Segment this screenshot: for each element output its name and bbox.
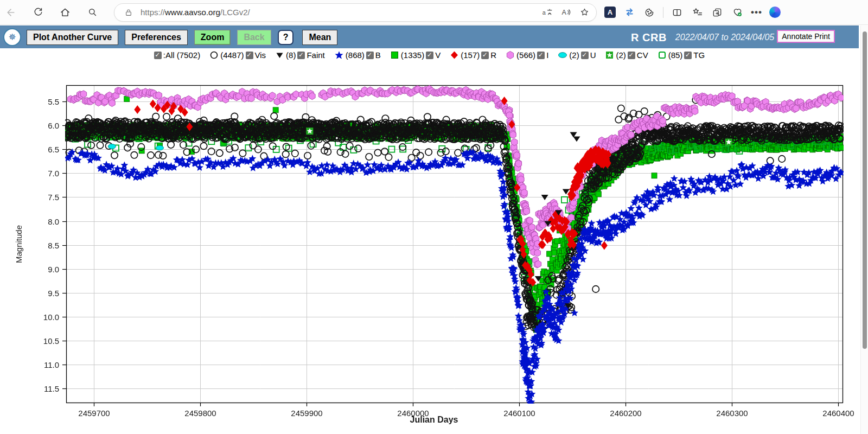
u-checkbox[interactable]: [581, 52, 589, 59]
legend-label-b: B: [375, 50, 381, 60]
extensions-cookie-icon[interactable]: [643, 6, 656, 19]
r-checkbox[interactable]: [481, 52, 489, 59]
vis-circle-marker-icon: [209, 50, 219, 60]
legend-count-cv: (2): [616, 50, 626, 60]
collections-icon[interactable]: [691, 6, 704, 19]
legend-label-all: :All (7502): [163, 50, 200, 60]
legend-label-tg: TG: [693, 50, 705, 60]
svg-text:a: a: [542, 9, 546, 16]
address-bar[interactable]: https://www.aavso.org/LCGv2/ a A: [114, 3, 597, 22]
preferences-button[interactable]: Preferences: [125, 30, 188, 45]
legend-label-vis: Vis: [255, 50, 266, 60]
plot-title-group: R CRB 2022/04/07 to 2024/04/05: [631, 26, 774, 49]
tg-checkbox[interactable]: [684, 52, 692, 59]
legend-label-v: V: [435, 50, 441, 60]
v-checkbox[interactable]: [426, 52, 433, 59]
scrollbar-thumb[interactable]: [863, 31, 867, 349]
favorite-star-icon[interactable]: [578, 6, 591, 19]
aavso-logo[interactable]: ✵: [3, 28, 21, 46]
back-button[interactable]: Back: [237, 30, 271, 45]
legend-label-i: I: [546, 50, 548, 60]
faint-triangle-marker-icon: [275, 50, 284, 60]
legend-item-cv: (2) CV: [605, 50, 648, 60]
lock-icon: [122, 6, 135, 19]
legend-count-r: (157): [461, 50, 480, 60]
url-text[interactable]: https://www.aavso.org/LCGv2/: [141, 8, 535, 17]
legend-item-vis: (4487) Vis: [209, 50, 266, 60]
legend-label-cv: CV: [637, 50, 648, 60]
legend-count-faint: (8): [286, 50, 296, 60]
read-aloud-icon[interactable]: A: [559, 6, 572, 19]
legend-item-faint: (8) Faint: [275, 50, 325, 60]
r-diamond-marker-icon: [450, 50, 459, 60]
svg-text:A: A: [562, 9, 567, 16]
help-button[interactable]: ?: [278, 30, 294, 45]
legend-count-i: (566): [516, 50, 535, 60]
legend-label-u: U: [590, 50, 596, 60]
browser-toolbar: https://www.aavso.org/LCGv2/ a A A: [0, 0, 868, 25]
tg-square-marker-icon: [658, 50, 667, 60]
translate-icon[interactable]: a: [541, 6, 554, 19]
url-path: /LCGv2/: [220, 8, 250, 17]
legend-item-i: (566) I: [506, 50, 548, 60]
legend-label-r: R: [490, 50, 496, 60]
settings-more-icon[interactable]: •••: [751, 7, 762, 18]
copilot-icon[interactable]: [769, 7, 781, 18]
legend-item-u: (2) U: [558, 50, 596, 60]
lcg-toolbar: ✵ Plot Another Curve Preferences Zoom Ba…: [0, 25, 859, 48]
legend-item-b: (868) B: [334, 50, 381, 60]
url-scheme: https://: [141, 8, 165, 17]
home-icon[interactable]: [59, 6, 72, 19]
legend-count-tg: (85): [668, 50, 683, 60]
legend-label-faint: Faint: [307, 50, 324, 60]
legend-count-v: (1335): [401, 50, 424, 60]
divider: [663, 7, 663, 18]
legend-item-v: (1335) V: [390, 50, 441, 60]
vis-checkbox[interactable]: [246, 52, 253, 59]
b-star-marker-icon: [334, 50, 344, 60]
refresh-icon[interactable]: [31, 6, 44, 19]
i-hexagon-marker-icon: [506, 50, 515, 60]
legend-item-tg: (85) TG: [658, 50, 705, 60]
search-icon[interactable]: [86, 6, 99, 19]
cv-star-square-marker-icon: [605, 50, 614, 60]
browser-essentials-icon[interactable]: [731, 6, 744, 19]
legend-item-r: (157) R: [450, 50, 496, 60]
cv-checkbox[interactable]: [628, 52, 635, 59]
u-ellipse-marker-icon: [558, 50, 567, 60]
legend-count-vis: (4487): [220, 50, 244, 60]
date-range: 2022/04/07 to 2024/04/05: [675, 33, 774, 42]
legend-item-all: :All (7502): [154, 50, 200, 60]
faint-checkbox[interactable]: [297, 52, 305, 59]
annotate-print-button[interactable]: Annotate Print: [777, 30, 835, 43]
star-name: R CRB: [631, 31, 667, 44]
band-legend: :All (7502) (4487) Vis (8) Faint (868) B…: [0, 48, 859, 62]
legend-count-u: (2): [569, 50, 579, 60]
profile-badge-icon[interactable]: A: [604, 7, 616, 18]
i-checkbox[interactable]: [537, 52, 545, 59]
sync-arrows-icon[interactable]: [623, 6, 636, 19]
url-host: www.aavso.org: [165, 8, 220, 17]
legend-count-b: (868): [346, 50, 365, 60]
light-curve-plot[interactable]: [0, 62, 868, 434]
aavso-logo-star: ✵: [8, 31, 16, 43]
browser-window: https://www.aavso.org/LCGv2/ a A A: [0, 0, 868, 434]
all-checkbox[interactable]: [154, 52, 162, 59]
back-icon[interactable]: [4, 6, 17, 19]
v-square-marker-icon: [390, 50, 399, 60]
split-screen-icon[interactable]: [671, 6, 684, 19]
zoom-button[interactable]: Zoom: [194, 30, 231, 45]
plot-another-curve-button[interactable]: Plot Another Curve: [27, 30, 118, 45]
b-checkbox[interactable]: [366, 52, 374, 59]
duplicate-tab-icon[interactable]: [711, 6, 724, 19]
chrome-right-icons: A •••: [604, 6, 781, 19]
scrollbar-track[interactable]: [860, 25, 868, 434]
mean-button[interactable]: Mean: [302, 30, 337, 45]
